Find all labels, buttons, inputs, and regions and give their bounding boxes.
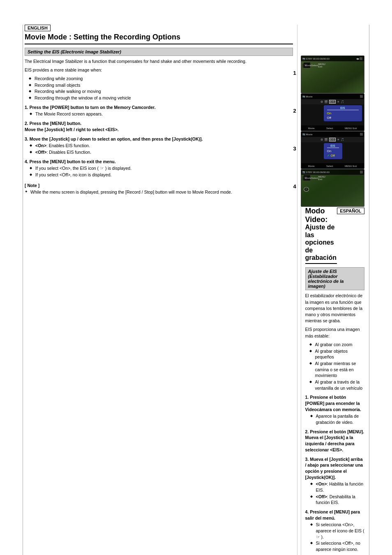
english-section-title: Setting the EIS (Electronic Image Stabil… [25,48,293,56]
english-bullet-4: Recording through the window of a moving… [29,95,293,101]
screen2-menu-label: EIS [327,106,359,110]
screen4-icon: 🎬 ☞ Movie Select MENU Exit [302,176,309,180]
screen2-icons-row: ⚙ 🎬 EIS ☀ 🎵 [301,99,364,104]
english-step1-title: 1. Press the [POWER] button to turn on t… [25,104,293,111]
espanol-lang-badge: ESPAÑOL [337,208,364,214]
screen3-on-option: On [327,149,339,153]
english-step3-sub1: <On>: Enables EIS function. [30,143,293,149]
espanol-bullet-1: Al grabar con zoom [309,342,364,348]
screen-3: 📷 Movie ⬛ ⚙ 🎬 EIS ☀ 🎵 EIS On [301,131,364,169]
english-step4-sub2: If you select <Off>, no icon is displaye… [30,172,293,178]
screen3-icons-row: ⚙ 🎬 EIS ☀ 🎵 [301,137,364,142]
screen3-menu-label: EIS [327,144,339,148]
english-note: [ Note ] While the menu screen is displa… [25,183,293,195]
english-page-title: Movie Mode : Setting the Recording Optio… [25,33,293,44]
screen4-bottombar: Movie Select MENU Exit [304,175,310,180]
screen4-topbar: 📷 STBY 00:00:00/00:00 ⬛ [301,169,364,175]
page: ENGLISH Movie Mode : Setting the Recordi… [0,0,392,555]
english-step4-sub1: If you select <On>, the EIS icon ( ☞ ) i… [30,165,293,171]
screen3-number: 3 [293,146,296,152]
espanol-step-2: 2. Presione el botón [MENU]. Mueva el [J… [305,429,364,453]
espanol-steps: 1. Presione el botón [POWER] para encend… [305,394,364,553]
english-bullet-3: Recording while walking or moving [29,88,293,95]
screen2-on-option: On [327,111,359,116]
espanol-step-4: 4. Presione el [MENU] para salir del men… [305,509,364,553]
espanol-step3-sub2: <Off>: Deshabilita la función EIS. [310,494,364,506]
english-lang-badge: ENGLISH [25,25,51,31]
screen2-bottombar: Movie Select MENU Exit [301,125,364,131]
screen2-topbar: 📷 Movie ⬛ [301,94,364,99]
espanol-bullets: Al grabar con zoom Al grabar objetos peq… [309,342,364,391]
espanol-bullet-4: Al grabar a través de la ventanilla de u… [309,379,364,391]
screen3-off-option: ✓Off [327,153,339,158]
english-step-1: 1. Press the [POWER] button to turn on t… [25,104,293,117]
screen-4-container: 4 📷 STBY 00:00:00/00:00 ⬛ 🎬 ☞ Movie Sele… [301,169,364,207]
screen1-topbar: 📷 STBY 00:00:00/00:00 ●▶⬛ [301,56,364,61]
screen2-off-option: Off [327,116,359,120]
left-border [23,25,23,555]
english-step2-title: 2. Press the [MENU] button. Move the [Jo… [25,120,293,132]
english-bullet-1: Recording while zooming [29,76,293,82]
english-eis-intro: EIS provides a more stable image when: [25,67,293,73]
espanol-eis-intro: EIS proporciona una imagen más estable: [305,326,364,339]
screen1-number: 1 [293,70,296,76]
espanol-step-3: 3. Mueva el [Joystick] arriba / abajo pa… [305,456,364,506]
espanol-step4-sub2: Si selecciona <Off>, no aparece ningún i… [310,540,364,552]
english-step1-sub1: The Movie Record screen appears. [30,111,293,117]
screen3-topbar: 📷 Movie ⬛ [301,132,364,137]
screen3-bottombar: Movie Select MENU Exit [301,163,364,169]
screen2-number: 2 [293,108,296,114]
espanol-page-title-2: Ajuste de las opciones de grabación [305,224,337,264]
espanol-step1-title: 1. Presione el botón [POWER] para encend… [305,394,364,412]
english-column: ENGLISH Movie Mode : Setting the Recordi… [25,25,297,555]
english-step-4: 4. Press the [MENU] button to exit the m… [25,159,293,178]
espanol-step2-title: 2. Presione el botón [MENU]. Mueva el [J… [305,429,364,453]
espanol-page-title-1: Modo Video: [305,207,337,224]
screen-2: 📷 Movie ⬛ ⚙ 🎬 EIS ☀ 🎵 EIS On [301,93,364,131]
espanol-bullet-2: Al grabar objetos pequeños [309,348,364,360]
english-step-2: 2. Press the [MENU] button. Move the [Jo… [25,120,293,132]
espanol-section-title: Ajuste de EIS (Estabilizador electrónico… [305,267,364,290]
english-intro: The Electrical Image Stabilizer is a fun… [25,58,293,65]
english-step3-sub2: <Off>: Disables EIS function. [30,149,293,155]
espanol-step4-title: 4. Presione el [MENU] para salir del men… [305,509,364,521]
espanol-column: Modo Video: Ajuste de las opciones de gr… [301,207,364,555]
english-bullets: Recording while zooming Recording small … [29,76,293,101]
screen-1-container: 1 📷 STBY 00:00:00/00:00 ●▶⬛ 🎬 Movie Sele… [301,56,364,555]
screen3-menu-popup: EIS On ✓Off [324,143,342,159]
screen4-number: 4 [293,183,296,190]
english-step-3: 3. Move the [Joystick] up / down to sele… [25,136,293,155]
espanol-step-1: 1. Presione el botón [POWER] para encend… [305,394,364,425]
english-header: ENGLISH [25,25,293,32]
screen4-eis-icon: ☞ [304,187,309,191]
espanol-step1-sub1: Aparece la pantalla de grabación de vide… [310,413,364,425]
english-note-title: [ Note ] [25,183,293,188]
screen-3-container: 3 📷 Movie ⬛ ⚙ 🎬 EIS ☀ 🎵 E [301,131,364,169]
espanol-intro: El estabilizador electrónico de la image… [305,293,364,324]
screen1-icon: 🎬 Movie Select MENU Exit [302,63,309,68]
english-note-text: While the menu screen is displayed, pres… [25,189,293,195]
espanol-step3-title: 3. Mueva el [Joystick] arriba / abajo pa… [305,456,364,481]
screen-4: 📷 STBY 00:00:00/00:00 ⬛ 🎬 ☞ Movie Select… [301,169,364,207]
right-border [369,25,369,555]
english-steps: 1. Press the [POWER] button to turn on t… [25,104,293,178]
screen-1: 📷 STBY 00:00:00/00:00 ●▶⬛ 🎬 Movie Select… [301,56,364,93]
screen1-bottombar: Movie Select MENU Exit [304,62,310,68]
english-bullet-2: Recording small objects [29,82,293,88]
english-step3-title: 3. Move the [Joystick] up / down to sele… [25,136,293,142]
espanol-step3-sub1: <On>: Habilita la función EIS. [310,481,364,493]
espanol-step4-sub1: Si selecciona <On>, aparece el icono de … [310,522,364,540]
screen2-menu-popup: EIS On Off [324,105,362,121]
screen-2-container: 2 📷 Movie ⬛ ⚙ 🎬 EIS ☀ 🎵 [301,93,364,131]
english-step4-title: 4. Press the [MENU] button to exit the m… [25,159,293,165]
espanol-bullet-3: Al grabar mientras se camina o se está e… [309,361,364,379]
espanol-header: Modo Video: Ajuste de las opciones de gr… [305,207,364,266]
